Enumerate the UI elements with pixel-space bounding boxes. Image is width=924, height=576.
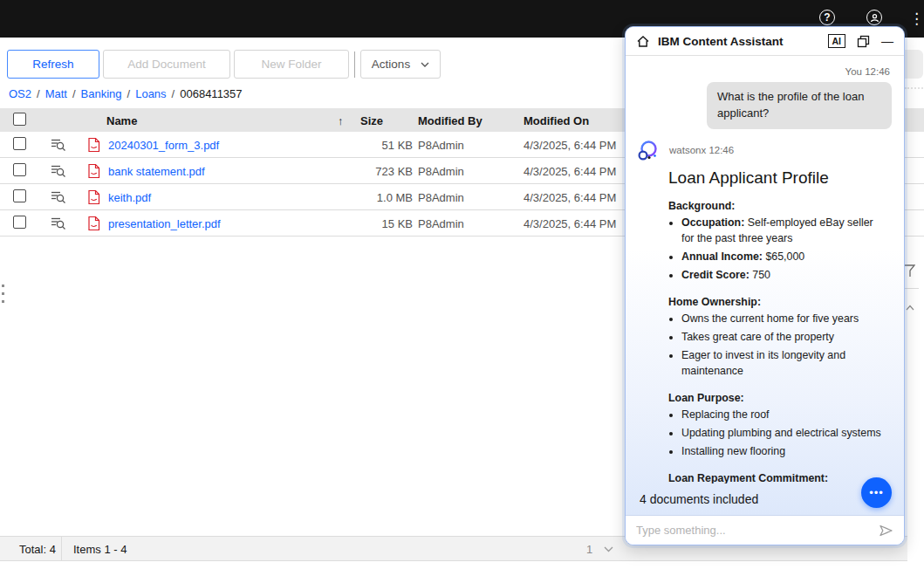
chevron-down-icon	[421, 62, 429, 67]
response-sections: Background:Occupation: Self-employed eBa…	[668, 200, 892, 483]
pdf-file-icon	[87, 216, 100, 230]
document-size: 1.0 MB	[345, 190, 413, 203]
bot-message-header: watsonx 12:46	[636, 139, 892, 162]
modified-by: P8Admin	[418, 138, 464, 151]
response-heading: Loan Applicant Profile	[668, 168, 892, 188]
actions-dropdown[interactable]: Actions	[360, 50, 441, 79]
user-message-label: You 12:46	[636, 66, 890, 77]
pdf-file-icon	[87, 137, 100, 152]
send-icon[interactable]	[879, 524, 893, 538]
response-bullet: Occupation: Self-employed eBay seller fo…	[681, 216, 888, 247]
breadcrumb-separator: /	[72, 87, 76, 100]
column-header-modified-on[interactable]: Modified On	[524, 113, 589, 127]
response-bullet: Takes great care of the property	[681, 330, 888, 346]
chevron-up-icon	[906, 305, 914, 311]
preview-document-icon[interactable]	[51, 190, 66, 204]
breadcrumb-link[interactable]: Banking	[81, 87, 122, 100]
toolbar-divider	[354, 51, 355, 78]
column-header-name[interactable]: Name	[106, 113, 137, 127]
documents-included-row: 4 documents included •••	[626, 483, 904, 515]
preview-document-icon[interactable]	[51, 138, 66, 152]
hidden-rule-fragment	[903, 288, 919, 289]
hidden-divider-fragment	[905, 87, 923, 89]
ai-badge[interactable]: AI	[828, 34, 846, 49]
column-header-size[interactable]: Size	[360, 113, 383, 127]
document-size: 15 KB	[345, 216, 413, 230]
assistant-title: IBM Content Assistant	[658, 35, 784, 48]
chat-input-row	[626, 515, 904, 545]
pdf-file-icon	[87, 163, 100, 178]
user-message-bubble: What is the profile of the loan applican…	[707, 82, 892, 129]
chat-options-button[interactable]: •••	[861, 477, 892, 508]
response-section: Home Ownership:Owns the current home for…	[668, 296, 888, 380]
bot-message-label: watsonx 12:46	[669, 145, 734, 155]
statusbar-divider	[61, 537, 62, 560]
response-section-title: Loan Purpose:	[668, 392, 888, 404]
modified-on: 4/3/2025, 6:44 PM	[524, 138, 616, 151]
document-toolbar: Refresh Add Document New Folder Actions	[7, 50, 444, 79]
breadcrumb-separator: /	[172, 87, 175, 100]
response-section-title: Home Ownership:	[668, 296, 888, 308]
items-range: Items 1 - 4	[73, 543, 127, 556]
column-header-modified-by[interactable]: Modified By	[418, 113, 483, 127]
sort-ascending-icon[interactable]: ↑	[338, 113, 344, 127]
preview-document-icon[interactable]	[51, 164, 66, 178]
pane-drag-handle[interactable]	[2, 285, 4, 303]
response-bullet: Annual Income: $65,000	[681, 250, 888, 265]
modified-on: 4/3/2025, 6:44 PM	[524, 216, 616, 230]
breadcrumb-link[interactable]: Loans	[135, 87, 166, 100]
pdf-file-icon	[87, 189, 100, 204]
document-link[interactable]: presentation_letter.pdf	[108, 216, 221, 230]
response-bullet: Updating plumbing and electrical systems	[681, 426, 888, 442]
response-bullet: Replacing the roof	[681, 408, 888, 423]
document-link[interactable]: bank statement.pdf	[108, 164, 205, 177]
documents-included-text: 4 documents included	[640, 492, 758, 506]
total-count: Total: 4	[19, 543, 56, 556]
add-document-button[interactable]: Add Document	[103, 50, 230, 79]
breadcrumb-separator: /	[127, 87, 131, 100]
breadcrumb-current: 0068411357	[180, 87, 242, 100]
modified-by: P8Admin	[418, 216, 464, 230]
preview-document-icon[interactable]	[51, 216, 66, 230]
breadcrumb-link[interactable]: OS2	[9, 87, 31, 100]
breadcrumb-separator: /	[37, 87, 40, 100]
response-section-title: Loan Repayment Commitment:	[668, 472, 888, 483]
modified-on: 4/3/2025, 6:44 PM	[524, 164, 616, 177]
document-link[interactable]: keith.pdf	[108, 190, 151, 203]
breadcrumb-link[interactable]: Matt	[45, 87, 67, 100]
select-all-checkbox[interactable]	[13, 113, 26, 128]
document-link[interactable]: 20240301_form_3.pdf	[108, 138, 219, 151]
response-section: Background:Occupation: Self-employed eBa…	[668, 200, 888, 284]
chat-messages: You 12:46 What is the profile of the loa…	[626, 56, 904, 483]
page-number[interactable]: 1	[586, 543, 592, 556]
assistant-header: IBM Content Assistant AI —	[626, 27, 904, 56]
response-section-title: Background:	[668, 200, 888, 212]
response-section: Loan Purpose:Replacing the roofUpdating …	[668, 392, 888, 460]
response-section: Loan Repayment Commitment:Confident in a…	[668, 472, 888, 483]
document-size: 723 KB	[345, 164, 413, 177]
help-icon[interactable]: ?	[819, 10, 835, 25]
user-account-icon[interactable]	[866, 10, 882, 25]
modified-on: 4/3/2025, 6:44 PM	[524, 190, 616, 203]
document-size: 51 KB	[345, 138, 413, 151]
response-bullet: Eager to invest in its longevity and mai…	[681, 348, 888, 380]
home-icon[interactable]	[636, 35, 650, 48]
page-chevron-down-icon[interactable]	[604, 546, 613, 552]
refresh-button[interactable]: Refresh	[7, 50, 99, 79]
row-checkbox[interactable]	[13, 137, 26, 153]
row-checkbox[interactable]	[13, 189, 26, 205]
overflow-menu-icon[interactable]: ⋮	[909, 11, 924, 26]
modified-by: P8Admin	[418, 164, 464, 177]
content-assistant-panel: IBM Content Assistant AI — You 12:46 Wha…	[625, 26, 905, 545]
assistant-body: You 12:46 What is the profile of the loa…	[626, 56, 904, 515]
open-new-window-icon[interactable]	[857, 35, 870, 48]
row-checkbox[interactable]	[13, 216, 26, 231]
minimize-icon[interactable]: —	[881, 35, 893, 47]
response-bullet: Credit Score: 750	[681, 268, 888, 284]
new-folder-button[interactable]: New Folder	[234, 50, 349, 79]
modified-by: P8Admin	[418, 190, 464, 203]
chat-input[interactable]	[636, 524, 872, 537]
response-bullet: Owns the current home for five years	[681, 312, 888, 327]
app-window: ? ⋮ Refresh Add Document New Folder Acti…	[0, 0, 924, 576]
row-checkbox[interactable]	[13, 163, 26, 179]
